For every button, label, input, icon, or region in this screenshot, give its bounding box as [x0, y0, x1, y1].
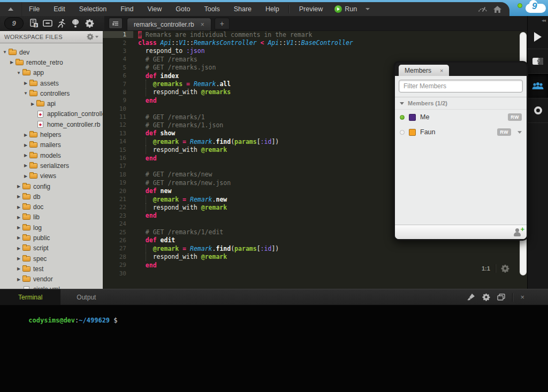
collapsed-arrow-icon[interactable]: ▶ — [23, 153, 28, 158]
console-gear-icon[interactable] — [482, 293, 490, 301]
collapsed-arrow-icon[interactable]: ▶ — [16, 225, 21, 230]
tree-item-serializers[interactable]: ▶serializers — [0, 160, 103, 171]
tree-item-application-controller-rb[interactable]: application_controller.rb — [0, 109, 103, 119]
tree-item-doc[interactable]: ▶doc — [0, 202, 103, 212]
menubar-collapse-button[interactable] — [0, 2, 22, 16]
watchers-panel-button[interactable] — [528, 98, 548, 123]
permission-badge[interactable]: RW — [497, 128, 511, 136]
workspace-settings-button[interactable] — [87, 33, 98, 40]
tree-item-circle-yml[interactable]: circle.yml — [0, 285, 103, 289]
new-tab-button[interactable]: + — [215, 18, 230, 29]
deploy-panel-button[interactable] — [528, 49, 548, 74]
collapsed-arrow-icon[interactable]: ▶ — [16, 256, 21, 261]
drawer-icon[interactable] — [41, 16, 55, 30]
collapsed-arrow-icon[interactable]: ▶ — [16, 266, 21, 271]
tree-item-db[interactable]: ▶db — [0, 191, 103, 202]
menu-item-help[interactable]: Help — [258, 2, 286, 16]
collapsed-arrow-icon[interactable]: ▶ — [16, 235, 21, 240]
tree-item-controllers[interactable]: ▼controllers — [0, 88, 103, 98]
cloud9-logo[interactable]: 9 — [526, 4, 546, 13]
tab-list-icon[interactable] — [109, 18, 123, 29]
collapsed-arrow-icon[interactable]: ▶ — [16, 246, 21, 251]
collapsed-arrow-icon[interactable]: ▶ — [16, 277, 21, 282]
add-member-icon[interactable]: + — [513, 228, 522, 236]
tree-item-log[interactable]: ▶log — [0, 222, 103, 233]
tab-close-icon[interactable]: × — [201, 21, 204, 28]
collapsed-arrow-icon[interactable]: ▶ — [9, 60, 14, 65]
editor-settings-gear-icon[interactable] — [501, 264, 509, 273]
members-section-header[interactable]: Members (1/2) — [395, 97, 527, 110]
permission-badge[interactable]: RW — [508, 113, 522, 121]
collapsed-arrow-icon[interactable]: ▶ — [16, 194, 21, 199]
run-options-caret-icon[interactable] — [366, 8, 370, 10]
balloon-icon[interactable] — [68, 16, 82, 30]
tree-item-mailers[interactable]: ▶mailers — [0, 140, 103, 150]
run-button[interactable]: Run — [330, 5, 361, 13]
run-panel-button[interactable] — [528, 25, 548, 49]
cloud9-menu-button[interactable]: 9 — [4, 17, 24, 29]
clear-brush-icon[interactable] — [467, 293, 475, 301]
gear-icon[interactable] — [82, 16, 96, 30]
menu-item-view[interactable]: View — [140, 2, 169, 16]
collapsed-arrow-icon[interactable]: ▶ — [23, 174, 28, 179]
folder-icon — [9, 50, 17, 55]
menu-item-share[interactable]: Share — [227, 2, 258, 16]
expanded-arrow-icon[interactable]: ▼ — [2, 50, 7, 55]
member-row-faun[interactable]: FaunRW — [395, 125, 527, 140]
filter-members-input[interactable] — [399, 80, 523, 93]
collapsed-arrow-icon[interactable]: ▶ — [23, 81, 28, 86]
members-panel-button[interactable] — [528, 74, 548, 98]
tree-item-vendor[interactable]: ▶vendor — [0, 274, 103, 285]
menubar-right-icons — [478, 5, 509, 13]
tree-item-helpers[interactable]: ▶helpers — [0, 129, 103, 140]
console-close-icon[interactable]: × — [520, 293, 524, 301]
preview-button[interactable]: Preview — [292, 2, 330, 16]
tree-item-config[interactable]: ▶config — [0, 181, 103, 191]
members-tab[interactable]: Members × — [399, 65, 449, 76]
menu-item-selection[interactable]: Selection — [72, 2, 113, 16]
collapsed-arrow-icon[interactable]: ▶ — [16, 215, 21, 220]
tree-item-lib[interactable]: ▶lib — [0, 212, 103, 222]
line-number: 8 — [103, 89, 133, 96]
members-close-icon[interactable]: × — [440, 67, 443, 74]
tree-item-remote-retro[interactable]: ▶remote_retro — [0, 57, 103, 67]
tree-item-models[interactable]: ▶models — [0, 150, 103, 160]
menu-item-find[interactable]: Find — [113, 2, 140, 16]
tab-remarks-controller[interactable]: remarks_controller.rb × — [127, 18, 211, 30]
collapsed-arrow-icon[interactable]: ▶ — [16, 184, 21, 189]
tree-item-dev[interactable]: ▼dev — [0, 47, 103, 57]
member-options-caret-icon[interactable] — [517, 131, 522, 134]
members-body: Members (1/2) MeRWFaunRW + — [395, 76, 527, 239]
home-icon[interactable] — [493, 5, 502, 13]
dashboard-gauge-icon[interactable] — [478, 5, 488, 13]
collapsed-arrow-icon[interactable]: ▶ — [23, 163, 28, 168]
tree-item-public[interactable]: ▶public — [0, 233, 103, 243]
expanded-arrow-icon[interactable]: ▼ — [23, 91, 28, 96]
tree-item-spec[interactable]: ▶spec — [0, 253, 103, 264]
tree-item-home-controller-rb[interactable]: home_controller.rb — [0, 119, 103, 129]
collapsed-arrow-icon[interactable]: ▶ — [30, 102, 35, 106]
tree-item-test[interactable]: ▶test — [0, 264, 103, 274]
tree-item-api[interactable]: ▶api — [0, 98, 103, 109]
tree-item-views[interactable]: ▶views — [0, 171, 103, 181]
tree-item-script[interactable]: ▶script — [0, 243, 103, 253]
menu-item-tools[interactable]: Tools — [197, 2, 226, 16]
maximize-windows-icon[interactable] — [497, 294, 505, 301]
collapsed-arrow-icon[interactable]: ▶ — [23, 133, 28, 137]
menu-item-file[interactable]: File — [22, 2, 47, 16]
tree-item-app[interactable]: ▼app — [0, 68, 103, 78]
tree-item-assets[interactable]: ▶assets — [0, 78, 103, 88]
collapsed-arrow-icon[interactable]: ▶ — [16, 205, 21, 210]
line-number: 23 — [103, 212, 133, 219]
collapsed-arrow-icon[interactable]: ▶ — [23, 143, 28, 148]
terminal-body[interactable]: codysims@dev:~/499629 $ — [0, 305, 548, 335]
console-tab-output[interactable]: Output — [60, 289, 112, 305]
console-tab-terminal[interactable]: Terminal — [0, 289, 60, 305]
file-stack-icon[interactable]: 9 — [27, 16, 41, 30]
runner-icon[interactable] — [55, 16, 68, 30]
sidebar-collapse-icon[interactable]: ◂◂ — [528, 16, 548, 25]
member-row-me[interactable]: MeRW — [395, 110, 527, 125]
menu-item-edit[interactable]: Edit — [47, 2, 72, 16]
expanded-arrow-icon[interactable]: ▼ — [16, 71, 21, 75]
menu-item-goto[interactable]: Goto — [169, 2, 197, 16]
